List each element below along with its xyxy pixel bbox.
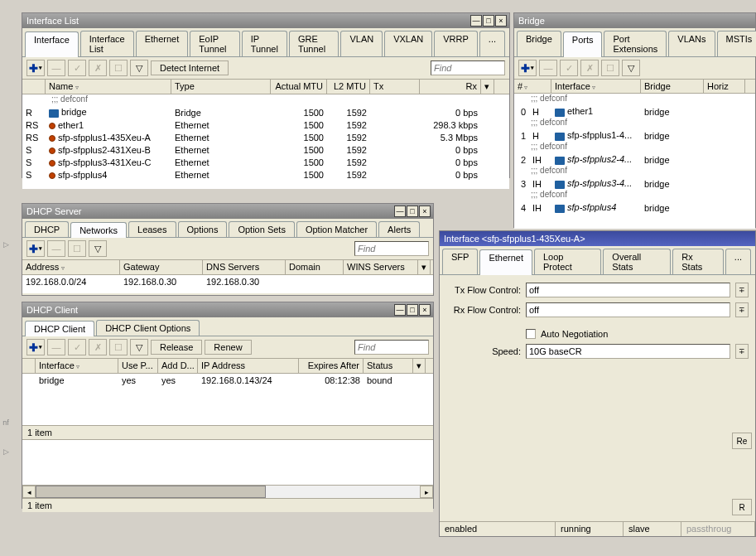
table-row[interactable]: 4IHsfp-sfpplus4bridge xyxy=(514,201,755,214)
tab-vrrp[interactable]: VRRP xyxy=(434,31,478,56)
add-button[interactable]: ✚ xyxy=(26,339,45,355)
disable-button[interactable]: ✗ xyxy=(89,339,107,355)
tab-eoip[interactable]: EoIP Tunnel xyxy=(190,31,239,56)
minimize-button[interactable]: — xyxy=(394,205,406,217)
speed-dropdown[interactable]: ∓ xyxy=(735,344,749,359)
speed-input[interactable] xyxy=(526,344,730,359)
col-ip[interactable]: IP Address xyxy=(198,359,299,373)
close-button[interactable]: × xyxy=(419,205,431,217)
comment-button[interactable]: ☐ xyxy=(601,60,619,76)
tab-more[interactable]: ... xyxy=(725,249,751,274)
col-interface[interactable]: Interface xyxy=(551,80,641,93)
tab-gre[interactable]: GRE Tunnel xyxy=(289,31,339,56)
table-row[interactable]: 192.168.0.0/24 192.168.0.30 192.168.0.30 xyxy=(22,275,433,288)
tab-option-sets[interactable]: Option Sets xyxy=(229,221,294,237)
col-usep[interactable]: Use P... xyxy=(118,359,158,373)
table-row[interactable]: Ssfp-sfpplus4Ethernet150015920 bps xyxy=(22,168,509,181)
col-flag[interactable] xyxy=(22,359,36,373)
tab-iptunnel[interactable]: IP Tunnel xyxy=(242,31,287,56)
col-address[interactable]: Address xyxy=(22,260,120,274)
table-row[interactable]: 1Hsfp-sfpplus1-4...bridge xyxy=(514,129,755,142)
tab-more[interactable]: ... xyxy=(479,31,505,56)
filter-button[interactable]: ▽ xyxy=(622,60,640,76)
col-mtu[interactable]: Actual MTU xyxy=(271,80,327,94)
enable-button[interactable]: ✓ xyxy=(68,339,86,355)
tab-dhcp[interactable]: DHCP xyxy=(25,221,69,237)
col-flag[interactable] xyxy=(22,80,46,94)
detect-internet-button[interactable]: Detect Internet xyxy=(151,60,229,75)
filter-button[interactable]: ▽ xyxy=(130,60,148,76)
col-status[interactable]: Status xyxy=(364,359,413,373)
minimize-button[interactable]: — xyxy=(394,304,406,316)
dhcp-server-titlebar[interactable]: DHCP Server — □ × xyxy=(22,204,433,219)
tab-overall-stats[interactable]: Overall Stats xyxy=(603,249,671,274)
remove-button[interactable]: — xyxy=(47,60,65,76)
comment-button[interactable]: ☐ xyxy=(109,60,128,76)
col-rx[interactable]: Rx xyxy=(420,80,481,94)
col-bridge[interactable]: Bridge xyxy=(641,80,704,93)
disable-button[interactable]: ✗ xyxy=(89,60,107,76)
col-expires[interactable]: Expires After xyxy=(299,359,364,373)
col-interface[interactable]: Interface xyxy=(36,359,118,373)
filter-button[interactable]: ▽ xyxy=(130,339,148,355)
close-button[interactable]: × xyxy=(419,304,431,316)
comment-button[interactable]: ☐ xyxy=(68,240,86,257)
tab-loop-protect[interactable]: Loop Protect xyxy=(534,249,601,274)
tab-dhcp-client[interactable]: DHCP Client xyxy=(25,321,94,336)
remove-button[interactable]: — xyxy=(539,60,557,76)
close-button[interactable]: × xyxy=(495,15,507,27)
find-input[interactable] xyxy=(431,60,505,75)
tab-leases[interactable]: Leases xyxy=(128,221,176,237)
disable-button[interactable]: ✗ xyxy=(580,60,599,76)
maximize-button[interactable]: □ xyxy=(407,205,418,217)
tab-vlan[interactable]: VLAN xyxy=(340,31,383,56)
tab-interface[interactable]: Interface xyxy=(25,31,79,57)
tab-rx-stats[interactable]: Rx Stats xyxy=(672,249,724,274)
horizontal-scrollbar[interactable]: ◂ ▸ xyxy=(22,485,433,498)
tx-flow-input[interactable] xyxy=(526,283,730,297)
tab-vxlan[interactable]: VXLAN xyxy=(384,31,432,56)
tab-vlans[interactable]: VLANs xyxy=(668,31,715,56)
tab-networks[interactable]: Networks xyxy=(70,222,127,238)
tab-mstis[interactable]: MSTIs xyxy=(717,31,756,56)
table-row[interactable]: 2IHsfp-sfpplus2-4...bridge xyxy=(514,153,755,166)
col-type[interactable]: Type xyxy=(171,80,271,94)
tab-dhcp-client-options[interactable]: DHCP Client Options xyxy=(96,320,200,336)
table-row[interactable]: 0Hether1bridge xyxy=(514,105,755,118)
table-row[interactable]: RSether1Ethernet15001592298.3 kbps xyxy=(22,118,509,131)
scroll-right-button[interactable]: ▸ xyxy=(420,486,433,498)
side-button-r[interactable]: R xyxy=(732,499,752,515)
renew-button[interactable]: Renew xyxy=(205,340,251,355)
minimize-button[interactable]: — xyxy=(470,15,482,27)
tab-options[interactable]: Options xyxy=(178,221,228,237)
dhcp-client-titlebar[interactable]: DHCP Client — □ × xyxy=(22,302,433,317)
tab-alerts[interactable]: Alerts xyxy=(378,221,420,237)
col-addd[interactable]: Add D... xyxy=(158,359,198,373)
maximize-button[interactable]: □ xyxy=(407,304,418,316)
col-more-button[interactable]: ▾ xyxy=(418,260,431,274)
find-input[interactable] xyxy=(354,241,429,256)
bridge-titlebar[interactable]: Bridge xyxy=(514,13,755,28)
col-more-button[interactable]: ▾ xyxy=(413,359,426,373)
table-row[interactable]: Ssfp-sfpplus3-431Xeu-CEthernet150015920 … xyxy=(22,156,509,168)
interface-detail-titlebar[interactable]: Interface <sfp-sfpplus1-435Xeu-A> xyxy=(440,231,755,246)
table-row[interactable]: RSsfp-sfpplus1-435Xeu-AEthernet150015925… xyxy=(22,131,509,143)
tab-port-ext[interactable]: Port Extensions xyxy=(604,31,667,56)
scroll-thumb[interactable] xyxy=(36,486,266,498)
col-domain[interactable]: Domain xyxy=(286,260,344,274)
tab-sfp[interactable]: SFP xyxy=(442,249,478,274)
add-button[interactable]: ✚ xyxy=(26,60,45,76)
col-num[interactable]: # xyxy=(514,80,551,93)
tab-interface-list[interactable]: Interface List xyxy=(80,31,134,56)
col-more-button[interactable]: ▾ xyxy=(481,80,494,94)
col-tx[interactable]: Tx xyxy=(370,80,420,94)
remove-button[interactable]: — xyxy=(47,339,65,355)
table-row[interactable]: RbridgeBridge150015920 bps xyxy=(22,106,509,118)
side-button-re[interactable]: Re xyxy=(732,433,752,449)
col-gateway[interactable]: Gateway xyxy=(120,260,203,274)
rx-flow-dropdown[interactable]: ∓ xyxy=(735,302,749,317)
add-button[interactable]: ✚ xyxy=(26,240,45,257)
enable-button[interactable]: ✓ xyxy=(560,60,578,76)
filter-button[interactable]: ▽ xyxy=(89,240,107,257)
col-horizon[interactable]: Horiz xyxy=(704,80,745,93)
